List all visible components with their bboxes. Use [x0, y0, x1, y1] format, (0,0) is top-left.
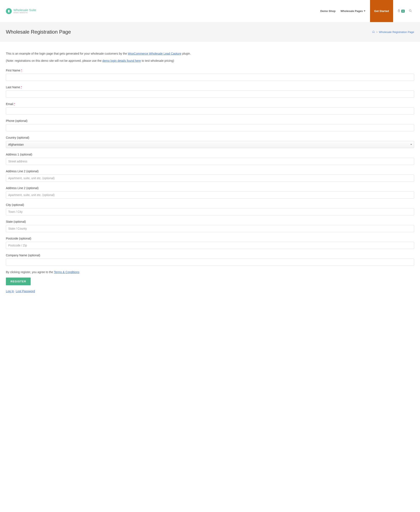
cart-count: 0: [401, 10, 405, 13]
field-postcode: Postcode (optional): [6, 237, 414, 249]
terms-text: By clicking register, you agree to the T…: [6, 270, 414, 274]
note-text: (Note: registrations on this demo site w…: [6, 59, 414, 62]
required-marker: *: [14, 102, 15, 106]
address-line-2b-input[interactable]: [6, 191, 414, 199]
last-name-label: Last Name *: [6, 85, 414, 89]
address-1-input[interactable]: [6, 158, 414, 165]
logo-title: Wholesale Suite: [14, 8, 36, 12]
site-header: Wholesale Suite DEMO WEBSITE Demo Shop W…: [0, 0, 420, 22]
page-title: Wholesale Registration Page: [6, 29, 71, 35]
field-city: City (optional): [6, 203, 414, 215]
field-first-name: First Name *: [6, 69, 414, 81]
main-nav: Demo Shop Wholesale Pages Get Started 0: [318, 0, 414, 22]
field-phone: Phone (optional): [6, 119, 414, 131]
address-1-label: Address 1 (optional): [6, 153, 414, 156]
intro-link[interactable]: WooCommerce Wholesale Lead Capture: [128, 52, 181, 55]
svg-point-2: [409, 9, 411, 11]
first-name-label: First Name *: [6, 69, 414, 72]
required-marker: *: [21, 69, 22, 72]
email-input[interactable]: [6, 107, 414, 115]
breadcrumb-current: Wholesale Registration Page: [379, 31, 414, 34]
state-label: State (optional): [6, 220, 414, 223]
address-line-2b-label: Address Line 2 (optional): [6, 186, 414, 190]
last-name-input[interactable]: [6, 91, 414, 98]
cart-link[interactable]: 0: [395, 9, 407, 13]
lost-password-link[interactable]: Lost Password: [16, 290, 35, 293]
phone-input[interactable]: [6, 124, 414, 131]
log-in-link[interactable]: Log In: [6, 290, 14, 293]
search-button[interactable]: [407, 9, 414, 13]
intro-after: plugin.: [181, 52, 191, 55]
logo-subtitle: DEMO WEBSITE: [14, 12, 36, 14]
svg-rect-0: [8, 10, 10, 12]
country-select-wrapper: Afghanistan: [6, 141, 414, 148]
note-before: (Note: registrations on this demo site w…: [6, 59, 102, 62]
breadcrumb-home[interactable]: [372, 30, 375, 34]
register-button[interactable]: REGISTER: [6, 277, 31, 285]
address-line-2a-input[interactable]: [6, 175, 414, 182]
field-state: State (optional): [6, 220, 414, 232]
nav-wholesale-pages-label: Wholesale Pages: [341, 9, 363, 13]
postcode-input[interactable]: [6, 242, 414, 249]
note-after: to test wholesale pricing): [141, 59, 174, 62]
first-name-input[interactable]: [6, 74, 414, 81]
breadcrumb-separator: >: [376, 31, 378, 34]
breadcrumb: > Wholesale Registration Page: [372, 30, 414, 34]
field-address-1: Address 1 (optional): [6, 153, 414, 165]
email-label: Email *: [6, 102, 414, 106]
country-select[interactable]: Afghanistan: [6, 141, 414, 148]
page-content: This is an example of the login page tha…: [0, 42, 420, 303]
company-name-label: Company Name (optional): [6, 254, 414, 257]
nav-get-started[interactable]: Get Started: [370, 0, 393, 22]
svg-line-3: [411, 11, 412, 12]
field-company-name: Company Name (optional): [6, 254, 414, 266]
address-line-2a-label: Address Line 2 (optional): [6, 169, 414, 173]
intro-text: This is an example of the login page tha…: [6, 52, 414, 55]
field-address-line-2b: Address Line 2 (optional): [6, 186, 414, 199]
page-header: Wholesale Registration Page > Wholesale …: [0, 22, 420, 42]
state-input[interactable]: [6, 225, 414, 232]
country-label: Country (optional): [6, 136, 414, 139]
city-input[interactable]: [6, 208, 414, 215]
chevron-down-icon: [364, 10, 365, 12]
field-address-line-2a: Address Line 2 (optional): [6, 169, 414, 182]
field-country: Country (optional) Afghanistan: [6, 136, 414, 148]
terms-before: By clicking register, you agree to the: [6, 270, 54, 274]
company-name-input[interactable]: [6, 259, 414, 266]
nav-wholesale-pages[interactable]: Wholesale Pages: [338, 0, 368, 22]
field-email: Email *: [6, 102, 414, 115]
logo-text: Wholesale Suite DEMO WEBSITE: [14, 8, 36, 14]
city-label: City (optional): [6, 203, 414, 206]
required-marker: *: [21, 85, 22, 89]
nav-demo-shop[interactable]: Demo Shop: [318, 0, 338, 22]
field-last-name: Last Name *: [6, 85, 414, 98]
logo-icon: [6, 8, 12, 14]
phone-label: Phone (optional): [6, 119, 414, 122]
intro-before: This is an example of the login page tha…: [6, 52, 128, 55]
logo[interactable]: Wholesale Suite DEMO WEBSITE: [6, 8, 36, 14]
note-link[interactable]: demo login details found here: [102, 59, 141, 62]
home-icon: [372, 31, 375, 34]
aux-links: Log In Lost Password: [6, 290, 414, 293]
bag-icon: [397, 9, 400, 13]
postcode-label: Postcode (optional): [6, 237, 414, 240]
search-icon: [409, 10, 412, 13]
terms-link[interactable]: Terms & Conditions: [54, 270, 79, 274]
